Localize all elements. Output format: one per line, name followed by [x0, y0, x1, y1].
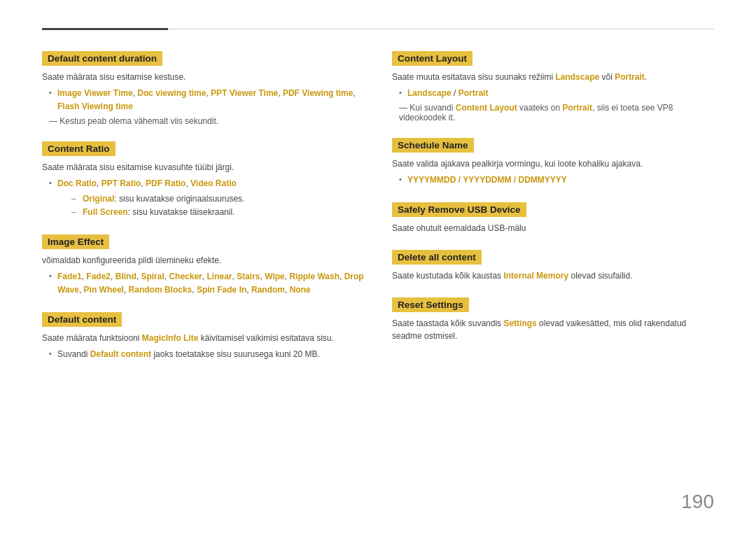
section-desc: Saate valida ajakava pealkirja vormingu,… [392, 157, 714, 170]
highlight-text: Flash Viewing time [57, 101, 133, 111]
highlight-text: Video Ratio [190, 178, 237, 188]
list-item: Doc Ratio, PPT Ratio, PDF Ratio, Video R… [49, 177, 364, 219]
border-dark [42, 28, 168, 30]
section-desc: Saate määrata sisu esitamise kestuse. [42, 71, 364, 83]
highlight-text: PDF Viewing time [283, 88, 353, 98]
section-title: Image Effect [42, 234, 109, 249]
border-light [168, 29, 714, 29]
highlight-text: Pin Wheel [84, 285, 124, 295]
section-content-ratio: Content Ratio Saate määrata sisu esitami… [42, 141, 364, 219]
section-title: Default content [42, 312, 122, 327]
highlight-text: Fade1 [57, 272, 82, 281]
highlight-text: Random [251, 285, 285, 295]
list-item: Fade1, Fade2, Blind, Spiral, Checker, Li… [49, 270, 364, 297]
right-column: Content Layout Saate muuta esitatava sis… [392, 51, 714, 377]
list-item: Landscape / Portrait [399, 87, 714, 100]
bullet-list: YYYYMMDD / YYYYDDMM / DDMMYYYY [392, 174, 714, 187]
highlight-text: Linear [206, 272, 232, 281]
section-desc: Saate ohutult eemaldada USB-mälu [392, 222, 714, 234]
content-columns: Default content duration Saate määrata s… [42, 51, 714, 377]
highlight-text: Ripple Wash [289, 272, 340, 281]
section-safely-remove-usb: Safely Remove USB Device Saate ohutult e… [392, 202, 714, 234]
dash-note: Kestus peab olema vähemalt viis sekundit… [42, 116, 364, 126]
highlight-text: Wipe [265, 272, 285, 281]
section-desc: võimaldab konfigureerida pildi ülemineku… [42, 254, 364, 267]
section-title: Schedule Name [392, 138, 474, 153]
highlight-text: Random Blocks [129, 285, 192, 295]
list-item: YYYYMMDD / YYYYDDMM / DDMMYYYY [399, 174, 714, 187]
bullet-list: Image Viewer Time, Doc viewing time, PPT… [42, 87, 364, 113]
highlight-text: Landscape [555, 72, 599, 82]
section-content-layout: Content Layout Saate muuta esitatava sis… [392, 51, 714, 122]
highlight-text: PPT Ratio [102, 178, 141, 188]
left-column: Default content duration Saate määrata s… [42, 51, 364, 377]
section-image-effect: Image Effect võimaldab konfigureerida pi… [42, 234, 364, 297]
section-title: Content Ratio [42, 141, 115, 156]
sub-list-item: Original: sisu kuvatakse originaalsuurus… [71, 192, 364, 206]
section-title: Safely Remove USB Device [392, 202, 526, 217]
highlight-text: None [290, 285, 311, 295]
highlight-text: Portrait [562, 103, 592, 113]
highlight-text: Doc viewing time [137, 88, 206, 98]
highlight-text: Image Viewer Time [57, 88, 133, 98]
highlight-text: Settings [503, 318, 536, 328]
list-item: Image Viewer Time, Doc viewing time, PPT… [49, 87, 364, 113]
section-title: Content Layout [392, 51, 472, 66]
highlight-text: Spiral [141, 272, 164, 281]
highlight-text: Content Layout [456, 103, 517, 113]
highlight-text: Default content [90, 349, 151, 359]
highlight-text: PPT Viewer Time [211, 88, 278, 98]
section-title: Default content duration [42, 51, 162, 66]
highlight-text: Fade2 [86, 272, 111, 281]
highlight-text: Landscape [407, 88, 451, 98]
top-border [42, 28, 714, 30]
section-desc: Saate määrata funktsiooni MagicInfo Lite… [42, 332, 364, 344]
highlight-text: Spin Fade In [197, 285, 246, 295]
section-desc: Saate taastada kõik suvandis Settings ol… [392, 317, 714, 342]
section-title: Delete all content [392, 250, 482, 265]
section-default-content-duration: Default content duration Saate määrata s… [42, 51, 364, 126]
highlight-text: PDF Ratio [146, 178, 186, 188]
bullet-list: Fade1, Fade2, Blind, Spiral, Checker, Li… [42, 270, 364, 297]
highlight-text: Internal Memory [503, 271, 568, 281]
highlight-text: YYYYMMDD / YYYYDDMM / DDMMYYYY [407, 175, 567, 185]
highlight-text: Checker [169, 272, 202, 281]
list-item: Suvandi Default content jaoks toetatakse… [49, 348, 364, 361]
bullet-list: Doc Ratio, PPT Ratio, PDF Ratio, Video R… [42, 177, 364, 219]
bullet-list: Suvandi Default content jaoks toetatakse… [42, 348, 364, 361]
highlight-text: Portrait [615, 72, 645, 82]
highlight-text: Stairs [237, 272, 260, 281]
dash-note: Kui suvandi Content Layout vaateks on Po… [392, 103, 714, 122]
page-number: 190 [681, 491, 714, 513]
section-delete-all-content: Delete all content Saate kustutada kõik … [392, 250, 714, 282]
bullet-list: Landscape / Portrait [392, 87, 714, 100]
highlight-text: Blind [115, 272, 136, 281]
section-title: Reset Settings [392, 297, 469, 312]
section-schedule-name: Schedule Name Saate valida ajakava pealk… [392, 138, 714, 187]
sub-list: Original: sisu kuvatakse originaalsuurus… [57, 192, 364, 219]
section-desc: Saate määrata sisu esitamise kuvasuhte t… [42, 161, 364, 174]
highlight-text: Doc Ratio [57, 178, 97, 188]
section-default-content: Default content Saate määrata funktsioon… [42, 312, 364, 361]
highlight-text: MagicInfo Lite [142, 333, 199, 343]
highlight-text: Original [83, 194, 114, 204]
sub-list-item: Full Screen: sisu kuvatakse täisekraanil… [71, 206, 364, 219]
section-reset-settings: Reset Settings Saate taastada kõik suvan… [392, 297, 714, 342]
section-desc: Saate muuta esitatava sisu suunaks režii… [392, 71, 714, 83]
section-desc: Saate kustutada kõik kaustas Internal Me… [392, 269, 714, 282]
highlight-text: Full Screen [83, 207, 128, 217]
highlight-text: Portrait [458, 88, 489, 98]
